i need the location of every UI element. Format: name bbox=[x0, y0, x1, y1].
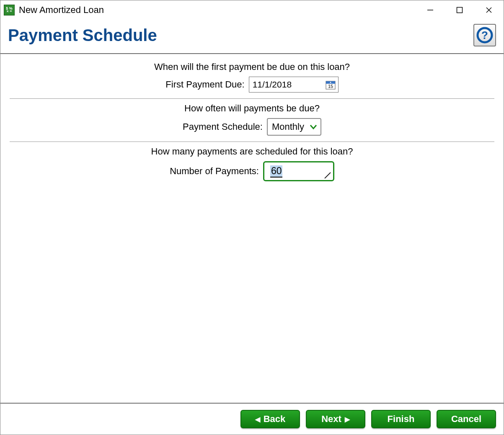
calendar-icon[interactable]: 15 bbox=[325, 79, 336, 90]
window-title: New Amortized Loan bbox=[19, 5, 104, 15]
next-button[interactable]: Next ▶ bbox=[306, 410, 365, 428]
next-label: Next bbox=[321, 414, 341, 425]
cancel-button[interactable]: Cancel bbox=[437, 410, 496, 428]
schedule-label: Payment Schedule: bbox=[183, 121, 263, 132]
svg-text:?: ? bbox=[481, 29, 488, 41]
help-button[interactable]: ? bbox=[473, 24, 496, 46]
window-titlebar: $ %× = New Amortized Loan bbox=[0, 0, 504, 20]
svg-line-10 bbox=[325, 172, 331, 178]
first-payment-section: When will the first payment be due on th… bbox=[10, 57, 494, 98]
schedule-value: Monthly bbox=[272, 121, 304, 132]
wizard-content: When will the first payment be due on th… bbox=[0, 54, 504, 403]
svg-text:15: 15 bbox=[328, 84, 333, 89]
svg-rect-1 bbox=[457, 8, 463, 13]
help-icon: ? bbox=[476, 27, 493, 44]
minimize-button[interactable] bbox=[416, 0, 445, 20]
page-title: Payment Schedule bbox=[8, 26, 157, 45]
num-payments-label: Number of Payments: bbox=[170, 166, 259, 177]
num-payments-question: How many payments are scheduled for this… bbox=[10, 146, 494, 157]
window-controls bbox=[416, 0, 504, 20]
resize-grip-icon bbox=[323, 171, 331, 179]
first-payment-date-value: 11/1/2018 bbox=[253, 80, 292, 90]
wizard-footer: ◀ Back Next ▶ Finish Cancel bbox=[0, 403, 504, 435]
finish-label: Finish bbox=[388, 414, 415, 425]
cancel-label: Cancel bbox=[451, 414, 481, 425]
maximize-button[interactable] bbox=[445, 0, 474, 20]
number-of-payments-section: How many payments are scheduled for this… bbox=[10, 142, 494, 187]
first-payment-question: When will the first payment be due on th… bbox=[10, 62, 494, 72]
triangle-left-icon: ◀ bbox=[255, 415, 260, 423]
first-payment-label: First Payment Due: bbox=[165, 79, 244, 90]
num-payments-value: 60 bbox=[270, 165, 283, 178]
app-icon: $ %× = bbox=[4, 5, 15, 15]
svg-point-8 bbox=[330, 82, 331, 83]
back-button[interactable]: ◀ Back bbox=[240, 410, 300, 428]
finish-button[interactable]: Finish bbox=[371, 410, 431, 428]
triangle-right-icon: ▶ bbox=[345, 415, 350, 423]
close-button[interactable] bbox=[474, 0, 504, 20]
chevron-down-icon bbox=[310, 122, 317, 132]
back-label: Back bbox=[264, 414, 286, 425]
payment-schedule-select[interactable]: Monthly bbox=[267, 118, 321, 136]
number-of-payments-input[interactable]: 60 bbox=[263, 161, 334, 181]
first-payment-date-input[interactable]: 11/1/2018 15 bbox=[249, 77, 339, 93]
page-header: Payment Schedule ? bbox=[0, 20, 504, 54]
schedule-question: How often will payments be due? bbox=[10, 103, 494, 114]
payment-schedule-section: How often will payments be due? Payment … bbox=[10, 99, 494, 142]
